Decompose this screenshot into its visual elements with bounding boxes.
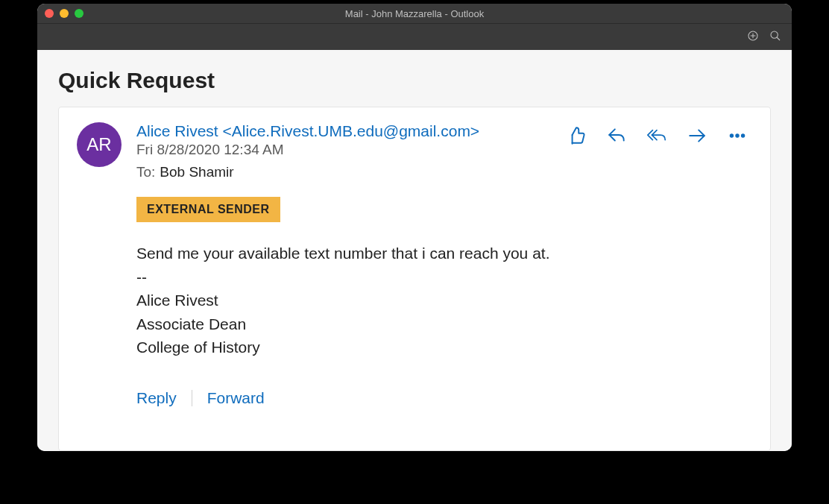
sender-display[interactable]: Alice Rivest <Alice.Rivest.UMB.edu@gmail… <box>136 122 566 140</box>
svg-point-6 <box>730 134 733 137</box>
reply-icon[interactable] <box>606 125 627 146</box>
forward-icon[interactable] <box>687 125 707 146</box>
forward-button[interactable]: Forward <box>207 389 265 407</box>
to-label: To: <box>136 164 155 180</box>
outlook-window: Mail - John Mazzarella - Outlook Quick R… <box>37 4 792 451</box>
message-action-icons <box>566 125 748 146</box>
zoom-window-button[interactable] <box>75 9 83 18</box>
window-controls <box>45 9 83 18</box>
reply-button[interactable]: Reply <box>136 389 177 407</box>
close-window-button[interactable] <box>45 9 54 18</box>
reply-all-icon[interactable] <box>646 125 667 146</box>
message-card: AR Alice Rivest <Alice.Rivest.UMB.edu@gm… <box>58 107 771 451</box>
toolbar <box>37 23 792 50</box>
content-area: Quick Request AR Alice Rivest <Alice.Riv… <box>37 50 792 451</box>
titlebar: Mail - John Mazzarella - Outlook <box>37 4 792 23</box>
message-date: Fri 8/28/2020 12:34 AM <box>136 142 566 158</box>
to-value: Bob Shamir <box>160 164 233 180</box>
svg-point-8 <box>741 134 744 137</box>
svg-point-3 <box>771 31 778 38</box>
minimize-window-button[interactable] <box>60 9 69 18</box>
svg-line-4 <box>777 37 780 40</box>
window-title: Mail - John Mazzarella - Outlook <box>37 8 792 19</box>
email-subject: Quick Request <box>58 68 771 93</box>
message-main: Alice Rivest <Alice.Rivest.UMB.edu@gmail… <box>136 122 752 431</box>
search-icon[interactable] <box>769 30 781 45</box>
bottom-actions: Reply Forward <box>136 389 752 407</box>
message-body: Send me your available text number that … <box>136 242 752 359</box>
external-sender-badge: EXTERNAL SENDER <box>136 197 280 222</box>
to-line: To:Bob Shamir <box>136 164 566 180</box>
like-icon[interactable] <box>566 125 587 146</box>
add-icon[interactable] <box>747 30 759 45</box>
sender-block: Alice Rivest <Alice.Rivest.UMB.edu@gmail… <box>136 122 566 180</box>
svg-point-7 <box>736 134 739 137</box>
more-actions-icon[interactable] <box>727 125 748 146</box>
sender-avatar: AR <box>77 122 122 167</box>
message-header: Alice Rivest <Alice.Rivest.UMB.edu@gmail… <box>136 122 752 180</box>
action-divider <box>192 390 192 406</box>
